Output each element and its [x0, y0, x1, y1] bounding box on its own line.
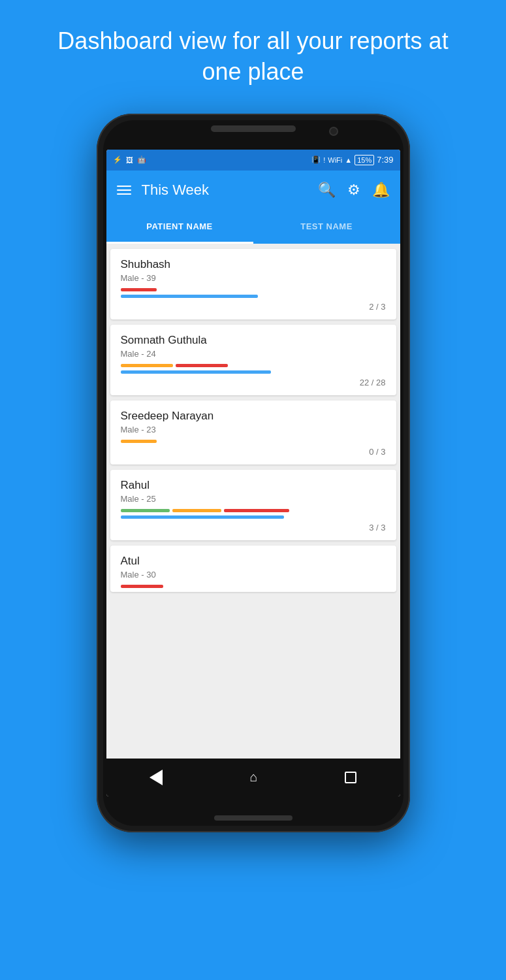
bar-red — [224, 509, 289, 512]
patient-name-shubhash: Shubhash — [121, 258, 386, 271]
bar-orange — [121, 364, 173, 367]
settings-button[interactable]: ⚙ — [347, 182, 360, 199]
bar-row-2 — [121, 295, 386, 298]
progress-bars-atul — [121, 585, 386, 588]
patient-info-somnath: Male - 24 — [121, 349, 386, 359]
warning-icon: ! — [323, 156, 325, 164]
menu-button[interactable] — [117, 186, 131, 195]
patient-name-atul: Atul — [121, 555, 386, 568]
image-icon: 🖼 — [126, 156, 133, 164]
bar-red — [121, 585, 163, 588]
status-right-icons: 📳 ! WiFi ▲ 15% 7:39 — [311, 155, 393, 165]
status-bar: ⚡ 🖼 🤖 📳 ! WiFi ▲ 15% 7:39 — [106, 150, 400, 171]
progress-bars-somnath — [121, 364, 386, 374]
phone-camera — [329, 127, 338, 136]
patient-info-atul: Male - 30 — [121, 570, 386, 580]
battery-level: 15% — [355, 155, 374, 165]
bar-row-1 — [121, 585, 386, 588]
back-button[interactable] — [150, 770, 163, 785]
phone-device: ⚡ 🖼 🤖 📳 ! WiFi ▲ 15% 7:39 — [97, 114, 410, 832]
phone-bottom-speaker — [214, 815, 293, 821]
app-bar: This Week 🔍 ⚙ 🔔 — [106, 171, 400, 210]
app-bar-actions: 🔍 ⚙ 🔔 — [318, 182, 390, 199]
patient-card-rahul[interactable]: Rahul Male - 25 3 / 3 — [110, 470, 396, 540]
progress-bars-sreedeep — [121, 440, 386, 443]
android-icon: 🤖 — [137, 155, 146, 164]
patient-card-somnath[interactable]: Somnath Guthula Male - 24 22 / 28 — [110, 325, 396, 395]
card-count-rahul: 3 / 3 — [121, 523, 386, 532]
patient-name-somnath: Somnath Guthula — [121, 334, 386, 347]
notifications-button[interactable]: 🔔 — [372, 182, 390, 199]
bar-row-1 — [121, 364, 386, 367]
bar-row-2 — [121, 515, 386, 519]
bar-blue — [121, 515, 284, 519]
search-button[interactable]: 🔍 — [318, 182, 336, 199]
bar-orange — [121, 440, 157, 443]
bar-red — [176, 364, 228, 367]
bar-segment-blue — [121, 295, 258, 298]
app-bar-title: This Week — [142, 182, 318, 199]
status-time: 7:39 — [377, 155, 393, 165]
bar-blue — [121, 370, 271, 374]
recents-button[interactable] — [345, 772, 356, 783]
bar-row-1 — [121, 509, 386, 512]
bar-row-1 — [121, 440, 386, 443]
tabs-container: PATIENT NAME TEST NAME — [106, 210, 400, 244]
tab-patient-name[interactable]: PATIENT NAME — [106, 210, 253, 244]
bar-row-1 — [121, 288, 386, 291]
tab-test-name[interactable]: TEST NAME — [253, 210, 400, 244]
bar-segment — [121, 288, 157, 291]
patient-info-shubhash: Male - 39 — [121, 273, 386, 283]
phone-speaker — [211, 125, 296, 132]
phone-frame: ⚡ 🖼 🤖 📳 ! WiFi ▲ 15% 7:39 — [97, 114, 410, 832]
signal-icon: ▲ — [345, 156, 352, 164]
patient-info-rahul: Male - 25 — [121, 494, 386, 504]
progress-bars-rahul — [121, 509, 386, 519]
card-count-shubhash: 2 / 3 — [121, 302, 386, 312]
bar-green — [121, 509, 170, 512]
patient-name-rahul: Rahul — [121, 479, 386, 492]
usb-icon: ⚡ — [113, 155, 122, 164]
hero-text: Dashboard view for all your reports at o… — [0, 0, 506, 107]
home-button[interactable]: ⌂ — [249, 770, 257, 785]
phone-screen: ⚡ 🖼 🤖 📳 ! WiFi ▲ 15% 7:39 — [106, 150, 400, 796]
patient-name-sreedeep: Sreedeep Narayan — [121, 410, 386, 423]
card-count-somnath: 22 / 28 — [121, 378, 386, 387]
bar-orange — [172, 509, 221, 512]
patient-card-atul[interactable]: Atul Male - 30 — [110, 546, 396, 592]
patient-card-shubhash[interactable]: Shubhash Male - 39 2 / 3 — [110, 249, 396, 319]
vibrate-icon: 📳 — [311, 155, 321, 164]
wifi-icon: WiFi — [328, 156, 342, 164]
patient-info-sreedeep: Male - 23 — [121, 425, 386, 434]
status-left-icons: ⚡ 🖼 🤖 — [113, 155, 146, 164]
card-count-sreedeep: 0 / 3 — [121, 447, 386, 457]
patient-list: Shubhash Male - 39 2 / 3 Somnath Guthu — [106, 244, 400, 759]
bottom-navigation: ⌂ — [106, 759, 400, 796]
patient-card-sreedeep[interactable]: Sreedeep Narayan Male - 23 0 / 3 — [110, 400, 396, 465]
progress-bars-shubhash — [121, 288, 386, 298]
bar-row-2 — [121, 370, 386, 374]
